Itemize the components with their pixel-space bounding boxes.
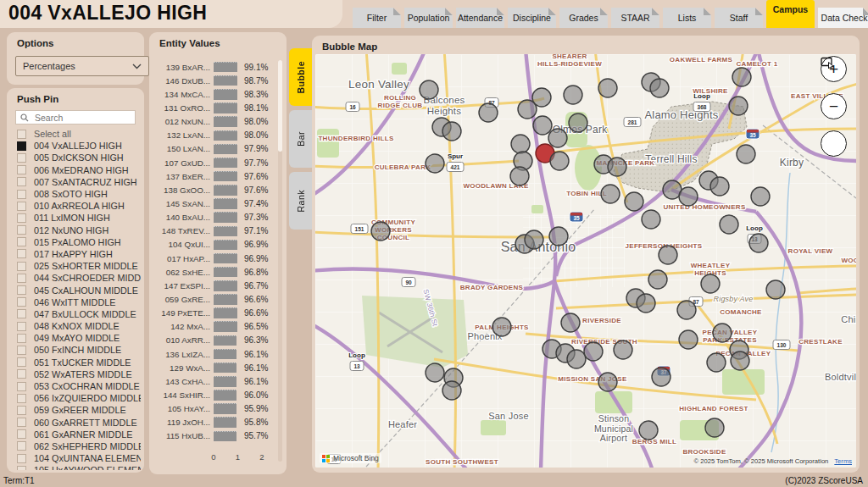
map-canvas[interactable]: Leon ValleyBalconesHeightsAlamo HeightsO…: [315, 54, 856, 468]
entity-bar-row[interactable]: 105 HxAY...95.9%: [158, 402, 280, 416]
entity-bar-row[interactable]: 143 CxHA...96.1%: [158, 374, 280, 388]
school-list-item[interactable]: 005 DxICKSON HIGH: [10, 152, 141, 163]
school-bubble[interactable]: [442, 122, 461, 141]
school-bubble[interactable]: [637, 294, 655, 313]
checkbox[interactable]: [17, 357, 26, 367]
entity-bar-row[interactable]: 147 ExSPI...96.7%: [158, 279, 280, 292]
zoom-out-button[interactable]: −: [821, 93, 847, 119]
entity-bar-row[interactable]: 138 GxOO...97.6%: [158, 183, 280, 196]
value-bar[interactable]: [214, 307, 237, 318]
value-bar[interactable]: [214, 158, 237, 169]
checkbox[interactable]: [17, 177, 26, 186]
school-bubble[interactable]: [731, 351, 749, 370]
select-all-row[interactable]: Select all: [10, 128, 141, 140]
entity-bar-row[interactable]: 012 NxUN...98.0%: [158, 115, 280, 129]
checkbox[interactable]: [17, 237, 26, 246]
school-bubble[interactable]: [567, 350, 586, 368]
school-list-item[interactable]: 046 WxITT MIDDLE: [10, 296, 141, 308]
checkbox[interactable]: [17, 394, 26, 403]
value-bar[interactable]: [214, 89, 237, 100]
tab-data-check[interactable]: Data Check: [818, 8, 868, 28]
school-list-item[interactable]: 011 LxIMON HIGH: [10, 212, 141, 224]
checkbox[interactable]: [17, 213, 26, 223]
entity-bar-row[interactable]: 136 LxIZA...96.1%: [158, 347, 280, 361]
school-bubble[interactable]: [533, 116, 552, 135]
entity-bar-row[interactable]: 115 HxUB...95.7%: [158, 429, 280, 443]
tab-filter[interactable]: Filter: [353, 8, 401, 28]
school-list-item[interactable]: 050 FxINCH MIDDLE: [10, 344, 141, 356]
school-bubble[interactable]: [766, 280, 785, 299]
value-bar[interactable]: [214, 185, 237, 196]
checkbox[interactable]: [17, 153, 26, 163]
school-list-item[interactable]: 047 BxULLOCK MIDDLE: [10, 308, 141, 320]
school-bubble[interactable]: [550, 152, 569, 170]
school-bubble[interactable]: [650, 79, 669, 97]
checkbox[interactable]: [17, 130, 26, 139]
school-list-item[interactable]: 049 MxAYO MIDDLE: [10, 332, 141, 344]
school-bubble[interactable]: [729, 97, 748, 115]
entity-bar-row[interactable]: 062 SxHE...96.8%: [158, 265, 280, 279]
school-bubble[interactable]: [749, 234, 768, 252]
school-bubble[interactable]: [426, 363, 444, 382]
checkbox[interactable]: [17, 202, 26, 211]
search-box[interactable]: [15, 110, 136, 125]
school-bubble[interactable]: [679, 187, 698, 206]
checkbox[interactable]: [17, 369, 26, 379]
tab-grades[interactable]: Grades: [559, 8, 608, 28]
terms-link[interactable]: Terms: [834, 457, 852, 465]
school-bubble[interactable]: [569, 113, 587, 132]
entity-bar-row[interactable]: 104 QxUI...96.9%: [158, 238, 280, 252]
tab-lists[interactable]: Lists: [663, 8, 711, 28]
tab-campus[interactable]: Campus: [766, 0, 815, 28]
entity-bar-row[interactable]: 149 PxETE...96.6%: [158, 307, 280, 320]
school-list-item[interactable]: 053 CxOCHRAN MIDDLE: [10, 380, 141, 392]
school-bubble[interactable]: [532, 88, 551, 107]
school-bubble[interactable]: [510, 167, 529, 185]
value-bar[interactable]: [214, 212, 237, 223]
school-bubble[interactable]: [737, 145, 755, 163]
entity-bar-row[interactable]: 119 JxOH...95.8%: [158, 416, 280, 429]
checkbox[interactable]: [17, 441, 26, 451]
checkbox[interactable]: [17, 382, 26, 391]
map-view-tab-bubble[interactable]: Bubble: [289, 48, 312, 106]
entity-bar-row[interactable]: 148 TxREV...97.1%: [158, 224, 280, 238]
search-input[interactable]: [33, 112, 128, 124]
school-list-item[interactable]: 051 TxUCKER MIDDLE: [10, 357, 141, 368]
school-bubble[interactable]: [442, 381, 461, 400]
school-list-item[interactable]: 052 WxATERS MIDDLE: [10, 368, 141, 380]
entity-bar-row[interactable]: 131 OxRO...98.1%: [158, 101, 280, 114]
school-list-item[interactable]: 048 KxNOX MIDDLE: [10, 320, 141, 332]
checkbox[interactable]: [17, 285, 26, 295]
value-bar[interactable]: [214, 280, 237, 291]
school-list-item[interactable]: 015 PxALOMO HIGH: [10, 236, 141, 248]
school-bubble[interactable]: [584, 342, 603, 361]
checkbox[interactable]: [17, 466, 26, 470]
value-bar[interactable]: [214, 116, 237, 127]
checkbox[interactable]: [17, 165, 26, 174]
school-list-item[interactable]: 008 SxOTO HIGH: [10, 188, 141, 200]
school-bubble[interactable]: [720, 215, 738, 234]
entity-bar-row[interactable]: 134 MxCA...98.3%: [158, 87, 280, 101]
checkbox[interactable]: [17, 346, 26, 355]
school-bubble[interactable]: [371, 222, 390, 241]
entity-bar-row[interactable]: 146 DxUB...98.7%: [158, 74, 280, 87]
entity-bar-row[interactable]: 010 AxRR...96.3%: [158, 334, 280, 347]
tab-staff[interactable]: Staff: [715, 8, 763, 28]
pan-select-button[interactable]: [821, 130, 847, 157]
school-list-item[interactable]: 060 GxARRETT MIDDLE: [10, 417, 141, 429]
school-bubble[interactable]: [608, 158, 626, 176]
value-bar[interactable]: [214, 403, 236, 414]
school-list-item[interactable]: 061 GxARNER MIDDLE: [10, 429, 141, 440]
school-bubble[interactable]: [511, 135, 530, 153]
school-bubble[interactable]: [561, 313, 580, 332]
school-bubble[interactable]: [564, 86, 582, 104]
school-bubble[interactable]: [710, 177, 729, 196]
tab-population[interactable]: Population: [404, 8, 453, 28]
checkbox[interactable]: [17, 309, 26, 318]
school-list-item[interactable]: 105 HxAYWOOD ELEMENTA...: [10, 464, 141, 470]
entity-bar-row[interactable]: 059 GxRE...96.6%: [158, 292, 280, 306]
checkbox[interactable]: [17, 297, 26, 307]
school-bubble[interactable]: [659, 246, 677, 264]
value-bar[interactable]: [214, 376, 236, 387]
tab-staar[interactable]: STAAR: [611, 8, 659, 28]
